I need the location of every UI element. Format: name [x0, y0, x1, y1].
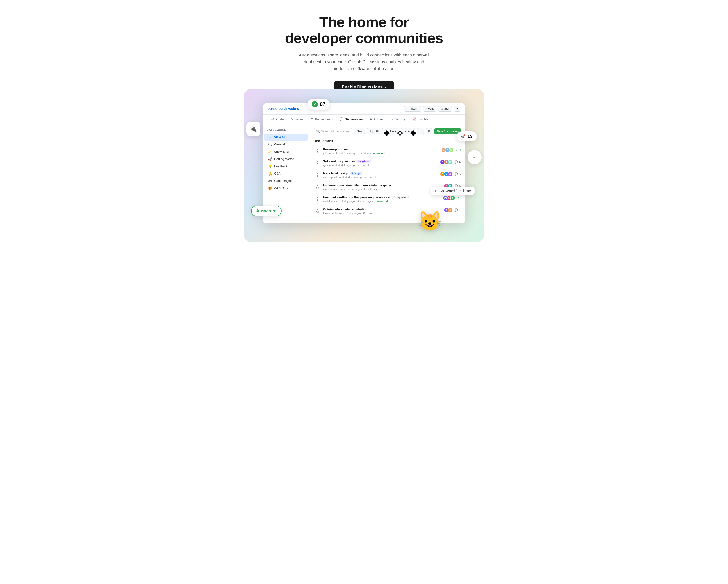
filter-button[interactable]: Filter ▾ — [385, 128, 399, 134]
sidebar-item-qa[interactable]: 🙏 Q&A — [264, 170, 308, 177]
repo-actions: 👁 Watch ⑂ Fork ☆ Star ▾ — [404, 106, 461, 111]
comment-icon: 💬 — [454, 172, 458, 176]
mascot-emoji: 😺 — [418, 212, 442, 230]
disc-votes-4: ▲ 4 — [314, 195, 321, 202]
disc-meta-4: enstyled started 2 days ago in Game engi… — [323, 200, 441, 203]
discussion-item[interactable]: ▲ 7 Power-up contest johncreek started 2… — [314, 145, 461, 157]
tab-pull-requests[interactable]: ⌥ Pull requests — [307, 114, 336, 124]
tab-issues[interactable]: ⊙ Issues — [287, 114, 307, 124]
comment-icon: 💬 — [454, 160, 458, 163]
breadcrumb-separator: / — [277, 107, 278, 111]
breadcrumb: acme / octoinvaders — [267, 107, 299, 111]
disc-right-2: A V S 💬 32 — [440, 171, 461, 177]
sidebar-item-feedback[interactable]: 💡 Feedback — [264, 163, 308, 170]
sidebar-item-getting-started[interactable]: 🚀 Getting started — [264, 156, 308, 163]
badge-19: 🚀 19 — [457, 131, 477, 141]
long-term-tag: Long term — [356, 160, 371, 163]
search-bar: 🔍 Search all discussions New Top: All ▾ … — [314, 128, 461, 134]
disc-title-4: Need help setting up the game engine on … — [323, 195, 441, 199]
discussions-tab-icon: 💬 — [340, 117, 343, 121]
badge-07: ✓ 07 — [308, 99, 330, 110]
new-discussion-button[interactable]: New Discussion — [434, 129, 461, 134]
tab-actions[interactable]: ▶ Actions — [367, 114, 387, 124]
grid-view-button[interactable]: ⊞ — [426, 128, 432, 134]
sidebar-item-show-tell[interactable]: ✨ Show & tell — [264, 148, 308, 155]
hero-section: The home for developer communities Ask q… — [0, 0, 728, 103]
star-button[interactable]: ☆ Star — [438, 106, 452, 111]
chat-dots: ··· — [473, 154, 477, 160]
tab-security[interactable]: 🛡 Security — [387, 114, 409, 124]
disc-right-4: E S T ✓ 5 — [443, 195, 461, 201]
repo-nav-tabs: </> Code ⊙ Issues ⌥ Pull requests 💬 Disc… — [263, 114, 465, 125]
disc-right-1: A J M 💬 42 — [440, 160, 461, 165]
badge-webhook: 🔌 — [246, 122, 260, 136]
sidebar-item-game-engine[interactable]: 🎮 Game engine — [264, 178, 308, 184]
new-filter-button[interactable]: New — [354, 128, 365, 134]
watch-button[interactable]: 👁 Watch — [404, 106, 421, 111]
badge-19-number: 19 — [468, 134, 473, 139]
up-arrow-icon: ▲ — [316, 148, 319, 150]
categories-title: Categories — [263, 128, 310, 133]
sidebar-item-view-all[interactable]: ∞ View all — [264, 134, 308, 141]
disc-body-1: Solo and coop modes Long term ajashams s… — [323, 160, 438, 166]
badge-07-number: 07 — [320, 101, 326, 107]
disc-votes-3: ▲ 12 — [314, 184, 321, 190]
discussions-content: Categories ∞ View all 💬 General ✨ Show &… — [263, 125, 465, 223]
disc-body-0: Power-up contest johncreek started 2 day… — [323, 148, 439, 155]
disc-avatars-0: J A M — [441, 148, 454, 153]
fork-button[interactable]: ⑂ Fork — [423, 106, 436, 111]
github-ui-mockup: acme / octoinvaders 👁 Watch ⑂ Fork ☆ — [263, 103, 465, 223]
repo-header: acme / octoinvaders 👁 Watch ⑂ Fork ☆ — [263, 103, 465, 114]
avatar: S — [447, 171, 453, 177]
disc-meta-0: johncreek started 2 days ago in Feedback… — [323, 152, 439, 155]
disc-stat-0: ✓ 31 — [456, 149, 461, 152]
avatar: J — [447, 208, 453, 213]
repo-owner-link[interactable]: acme — [267, 107, 276, 111]
badge-chat: ··· — [468, 150, 482, 164]
disc-votes-0: ▲ 7 — [314, 148, 321, 154]
discussion-item[interactable]: ▲ 8 Solo and coop modes Long term ajasha… — [314, 157, 461, 169]
disc-avatars-4: E S T — [443, 195, 455, 201]
search-input-wrapper[interactable]: 🔍 Search all discussions — [314, 128, 352, 134]
game-engine-icon: 🎮 — [268, 179, 272, 183]
search-placeholder: Search all discussions — [321, 130, 349, 133]
tab-discussions[interactable]: 💬 Discussions — [336, 114, 366, 124]
top-all-filter-button[interactable]: Top: All ▾ — [367, 128, 383, 134]
show-tell-icon: ✨ — [268, 150, 272, 154]
star-icon: ☆ — [441, 107, 443, 110]
comment-icon: 💬 — [454, 209, 458, 212]
list-view-button[interactable]: ☰ — [417, 128, 424, 134]
hero-subtitle: Ask questions, share ideas, and build co… — [298, 52, 430, 72]
label-filter-button[interactable]: Label ▾ — [401, 128, 415, 134]
disc-avatars-1: A J M — [440, 160, 453, 165]
getting-started-icon: 🚀 — [268, 157, 272, 161]
sidebar-item-general[interactable]: 💬 General — [264, 141, 308, 148]
sidebar-item-art-design[interactable]: 🎨 Art & Design — [264, 185, 308, 192]
repo-name-link[interactable]: octoinvaders — [278, 107, 299, 111]
disc-avatars-2: A V S — [440, 171, 453, 177]
check-icon: ✓ — [457, 196, 459, 200]
avatar: T — [450, 195, 455, 201]
security-icon: 🛡 — [390, 117, 393, 121]
view-all-icon: ∞ — [268, 135, 272, 139]
badge-converted-from-issue: ⊙ Converted from issue — [431, 187, 475, 195]
converted-label: Converted from issue — [440, 189, 471, 193]
github-window: acme / octoinvaders 👁 Watch ⑂ Fork ☆ — [263, 103, 465, 223]
star-dropdown-button[interactable]: ▾ — [454, 106, 461, 111]
setup-issue-tag: Setup issue — [392, 195, 409, 199]
badge-answered: Answered — [251, 206, 282, 216]
avatar: M — [447, 160, 453, 165]
disc-avatars-5: T J — [444, 208, 453, 213]
discussion-item[interactable]: ▲ 1 Mars level design X Large anthonyvss… — [314, 169, 461, 181]
actions-icon: ▶ — [370, 117, 372, 121]
discussions-section-title: Discussions — [314, 138, 461, 145]
disc-title-0: Power-up contest — [323, 148, 439, 151]
disc-votes-5: ▲ 60 — [314, 208, 321, 214]
vote-count: 12 — [316, 187, 319, 190]
art-design-icon: 🎨 — [268, 186, 272, 190]
disc-title-1: Solo and coop modes Long term — [323, 160, 438, 163]
tab-code[interactable]: </> Code — [267, 114, 287, 124]
eye-icon: 👁 — [407, 107, 409, 110]
disc-body-4: Need help setting up the game engine on … — [323, 195, 441, 203]
tab-insights[interactable]: 📈 Insights — [409, 114, 432, 124]
